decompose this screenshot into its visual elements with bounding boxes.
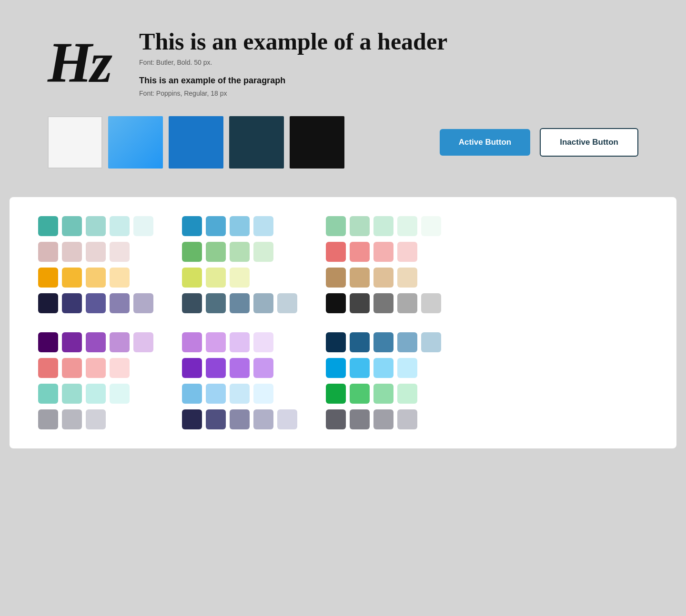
color-chip: [182, 332, 202, 352]
palette-row: [38, 242, 153, 262]
color-chip: [62, 358, 82, 378]
paragraph-font-note: Font: Poppins, Regular, 18 px: [139, 89, 447, 97]
color-chip: [133, 293, 153, 313]
palette-row: [182, 268, 297, 288]
color-chip: [326, 242, 346, 262]
color-chip: [253, 242, 273, 262]
color-chip: [62, 268, 82, 288]
palette-row: [182, 216, 297, 236]
color-chip: [206, 216, 226, 236]
color-chip: [86, 409, 106, 429]
color-chip: [110, 358, 130, 378]
color-chip: [86, 293, 106, 313]
color-chip: [38, 409, 58, 429]
color-chip: [253, 332, 273, 352]
color-chip: [38, 332, 58, 352]
color-chip: [350, 332, 370, 352]
color-chip: [421, 332, 441, 352]
color-chip: [86, 268, 106, 288]
palette-row: [326, 358, 441, 378]
palette-row: [182, 384, 297, 404]
color-chip: [326, 409, 346, 429]
palette-row: [38, 293, 153, 313]
palette-group-4: [38, 332, 153, 429]
color-chip: [206, 293, 226, 313]
header-row: Hz This is an example of a header Font: …: [48, 29, 638, 97]
color-chip: [230, 216, 250, 236]
color-chip: [350, 293, 370, 313]
swatch-white: [48, 116, 102, 169]
palette-row: [326, 293, 441, 313]
color-chip: [38, 268, 58, 288]
example-header: This is an example of a header: [139, 29, 447, 55]
color-chip: [350, 358, 370, 378]
color-chip: [230, 384, 250, 404]
palette-row: [326, 268, 441, 288]
color-chip: [182, 242, 202, 262]
palette-grid-top: [38, 216, 648, 313]
swatch-light-blue: [108, 116, 163, 169]
color-chip: [350, 384, 370, 404]
palette-row: [182, 293, 297, 313]
color-chip: [38, 384, 58, 404]
color-chip: [182, 268, 202, 288]
color-chip: [421, 293, 441, 313]
color-chip: [110, 268, 130, 288]
swatch-blue: [169, 116, 223, 169]
color-chip: [110, 384, 130, 404]
palette-group-3: [326, 216, 441, 313]
palette-row: [38, 409, 153, 429]
palette-row: [38, 268, 153, 288]
color-chip: [253, 384, 273, 404]
color-chip: [182, 409, 202, 429]
palette-group-1: [38, 216, 153, 313]
palette-row: [38, 384, 153, 404]
color-chip: [86, 216, 106, 236]
color-chip: [62, 216, 82, 236]
color-chip: [397, 332, 417, 352]
palette-group-6: [326, 332, 441, 429]
color-chip: [326, 332, 346, 352]
palette-row: [38, 332, 153, 352]
color-chip: [62, 242, 82, 262]
color-chip: [397, 242, 417, 262]
inactive-button[interactable]: Inactive Button: [540, 128, 638, 157]
color-chip: [326, 268, 346, 288]
color-chip: [397, 384, 417, 404]
color-chip: [253, 409, 273, 429]
color-chip: [86, 242, 106, 262]
color-chip: [373, 409, 393, 429]
color-chip: [373, 332, 393, 352]
palette-row: [38, 358, 153, 378]
color-chip: [326, 293, 346, 313]
palette-grid-bottom: [38, 332, 648, 429]
active-button[interactable]: Active Button: [440, 129, 531, 156]
palette-row: [326, 409, 441, 429]
color-chip: [397, 358, 417, 378]
color-chip: [350, 268, 370, 288]
swatch-dark-teal: [229, 116, 284, 169]
palette-row: [326, 384, 441, 404]
color-chip: [230, 332, 250, 352]
palette-row: [326, 332, 441, 352]
palette-row: [182, 358, 297, 378]
button-area: Active Button Inactive Button: [440, 128, 638, 157]
color-chip: [350, 216, 370, 236]
palette-row: [182, 242, 297, 262]
color-chip: [421, 216, 441, 236]
color-chip: [182, 384, 202, 404]
color-chip: [110, 332, 130, 352]
color-chip: [397, 216, 417, 236]
color-chip: [86, 384, 106, 404]
color-chip: [397, 293, 417, 313]
color-chip: [230, 242, 250, 262]
palette-group-5: [182, 332, 297, 429]
color-chip: [133, 332, 153, 352]
color-chip: [326, 384, 346, 404]
color-chip: [110, 293, 130, 313]
color-chip: [253, 358, 273, 378]
color-chip: [230, 358, 250, 378]
color-chip: [230, 409, 250, 429]
top-section: Hz This is an example of a header Font: …: [0, 0, 686, 188]
palette-group-2: [182, 216, 297, 313]
